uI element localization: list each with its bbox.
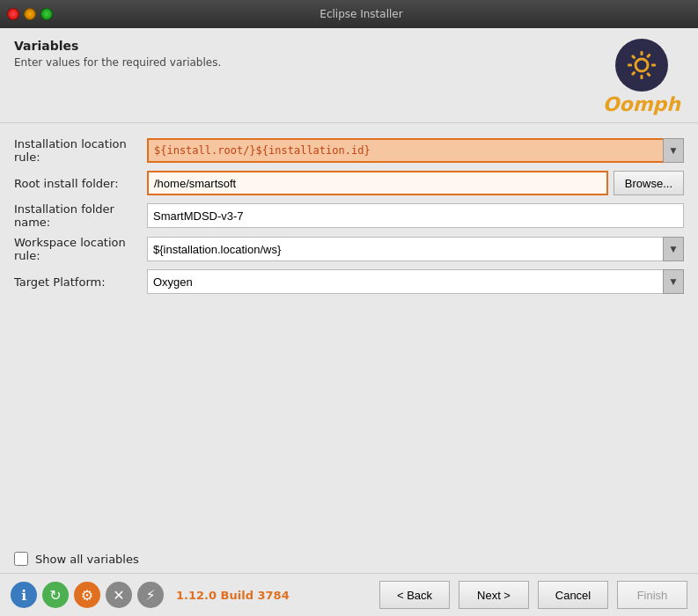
form-content: Installation locationrule: ${install.roo… [0,123,698,348]
section-title: Variables [14,39,221,53]
window-controls[interactable] [7,8,53,20]
oomph-brand-text: Oomph [603,93,680,115]
svg-rect-3 [628,64,632,67]
target-platform-dropdown-wrapper: Oxygen [147,269,684,294]
show-all-variables-checkbox[interactable] [14,552,28,566]
target-platform-label: Target Platform: [14,275,142,289]
svg-rect-5 [631,55,636,60]
next-button[interactable]: Next > [459,581,529,609]
workspace-location-rule-dropdown-wrapper: ${installation.location/ws} [147,237,684,261]
finish-button[interactable]: Finish [617,581,687,609]
root-install-folder-label: Root install folder: [14,177,142,190]
browse-button[interactable]: Browse... [614,171,684,195]
maximize-button[interactable] [40,8,53,20]
update-icon[interactable]: ↻ [42,582,69,608]
minimize-button[interactable] [24,8,36,20]
svg-rect-1 [640,51,643,55]
help-icon[interactable]: ✕ [106,582,132,608]
titlebar: Eclipse Installer [0,0,698,28]
bottom-icons: ℹ ↻ ⚙ ✕ ⚡ [11,582,164,608]
show-all-variables-label[interactable]: Show all variables [35,553,139,566]
installation-location-rule-select[interactable]: ${install.root/}${installation.id} [147,138,684,163]
workspace-location-rule-select[interactable]: ${installation.location/ws} [147,237,684,261]
svg-rect-6 [646,53,651,58]
extra-icon[interactable]: ⚡ [137,582,164,608]
main-window: Variables Enter values for the required … [0,28,698,616]
installation-location-rule-row: Installation locationrule: ${install.roo… [14,137,684,164]
bottom-bar: ℹ ↻ ⚙ ✕ ⚡ 1.12.0 Build 3784 < Back Next … [0,573,698,616]
installation-folder-name-label: Installation foldername: [14,202,142,229]
workspace-location-rule-row: Workspace locationrule: ${installation.l… [14,236,684,262]
svg-rect-8 [646,72,651,77]
header-section: Variables Enter values for the required … [0,28,698,123]
root-install-folder-input[interactable] [147,171,608,195]
info-icon[interactable]: ℹ [11,582,37,608]
oomph-logo: Oomph [603,39,680,115]
settings-icon[interactable]: ⚙ [74,582,100,608]
target-platform-row: Target Platform: Oxygen [14,269,684,294]
cancel-button[interactable]: Cancel [538,581,608,609]
window-title: Eclipse Installer [58,8,665,20]
version-text: 1.12.0 Build 3784 [176,589,290,602]
installation-location-rule-label: Installation locationrule: [14,137,142,164]
content-spacer [0,348,698,546]
show-all-variables-row: Show all variables [0,545,698,573]
section-subtitle: Enter values for the required variables. [14,56,221,69]
svg-rect-4 [651,64,656,67]
oomph-circle [615,39,668,92]
back-button[interactable]: < Back [379,581,450,609]
installation-folder-name-row: Installation foldername: [14,202,684,229]
target-platform-select[interactable]: Oxygen [147,269,684,294]
workspace-location-rule-label: Workspace locationrule: [14,236,142,262]
svg-rect-7 [631,70,636,76]
header-text: Variables Enter values for the required … [14,39,221,69]
oomph-gear-icon [626,49,658,81]
svg-rect-2 [640,75,643,79]
svg-point-0 [636,59,648,71]
installation-location-rule-dropdown-wrapper: ${install.root/}${installation.id} [147,138,684,163]
installation-folder-name-input[interactable] [147,203,684,228]
root-install-folder-row: Root install folder: Browse... [14,171,684,195]
close-button[interactable] [7,8,19,20]
